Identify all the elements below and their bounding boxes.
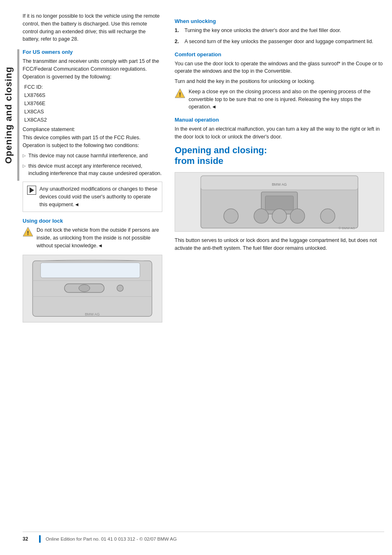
using-door-lock-section: Using door lock ! Do not lock the vehicl… <box>23 218 162 322</box>
door-handle-image: BMW AG <box>23 255 162 322</box>
when-unlocking-section: When unlocking 1. Turning the key once u… <box>175 18 384 46</box>
manual-operation-section: Manual operation In the event of an elec… <box>175 117 384 141</box>
svg-text:!: ! <box>179 91 181 98</box>
comfort-warning-triangle-icon: ! <box>175 88 185 99</box>
title-line2: from inside <box>175 156 224 166</box>
control-panel-svg: BMW AG © BMW AG <box>179 174 380 230</box>
bullet-item-1: ▷ This device may not cause harmful inte… <box>23 152 162 160</box>
compliance-para: This device complies with part 15 of the… <box>23 134 162 150</box>
title-line1: Opening and closing: <box>175 145 267 155</box>
notice-box-unauthorized: Any unauthorized modifications or change… <box>23 182 162 212</box>
play-icon <box>27 186 36 195</box>
svg-text:BMW AG: BMW AG <box>272 183 287 187</box>
footer-bar <box>39 535 41 543</box>
manual-operation-para: In the event of an electrical malfunctio… <box>175 125 384 141</box>
footer: 32 Online Edition for Part no. 01 41 0 0… <box>23 532 384 543</box>
intro-text: If it is no longer possible to lock the … <box>23 12 162 43</box>
sidebar-label-text: Opening and closing <box>3 67 14 164</box>
door-handle-svg: BMW AG <box>26 257 158 320</box>
warning-triangle-icon: ! <box>23 226 33 237</box>
svg-point-17 <box>254 209 268 223</box>
comfort-warning: ! Keep a close eye on the closing proces… <box>175 88 384 111</box>
content-area: If it is no longer possible to lock the … <box>23 12 384 327</box>
sidebar-bar <box>17 49 19 181</box>
page-number: 32 <box>23 536 34 542</box>
bullet-text-1: This device may not cause harmful interf… <box>28 152 148 160</box>
end-mark-2: ◄ <box>98 243 103 249</box>
fcc-id-4: LX8CAS2 <box>24 117 47 123</box>
when-unlocking-heading: When unlocking <box>175 18 384 24</box>
footer-text: Online Edition for Part no. 01 41 0 013 … <box>46 537 177 541</box>
door-lock-warning: ! Do not lock the vehicle from the outsi… <box>23 226 162 249</box>
left-column: If it is no longer possible to lock the … <box>23 12 162 327</box>
comfort-warning-text: Keep a close eye on the closing process … <box>189 88 384 111</box>
bullet-item-2: ▷ this device must accept any interferen… <box>23 162 162 178</box>
comfort-end-mark: ◄ <box>212 104 217 110</box>
right-column: When unlocking 1. Turning the key once u… <box>175 12 384 327</box>
two-col-layout: If it is no longer possible to lock the … <box>23 12 384 327</box>
svg-point-18 <box>272 209 286 223</box>
comfort-operation-heading: Comfort operation <box>175 51 384 58</box>
comfort-para2: Turn and hold the key in the positions f… <box>175 78 384 85</box>
unlocking-step-2: 2. A second turn of the key unlocks the … <box>175 38 384 46</box>
sidebar-label: Opening and closing <box>0 49 17 181</box>
control-panel-image: BMW AG © BMW AG <box>175 172 384 232</box>
fcc-id-block: FCC ID: LX8766S LX8766E LX8CAS LX8CAS2 <box>24 83 162 124</box>
comfort-operation-section: Comfort operation You can use the door l… <box>175 51 384 111</box>
step-text-1: Turning the key once unlocks the driver'… <box>184 27 341 35</box>
for-us-owners-para1: The transmitter and receiver units compl… <box>23 58 162 81</box>
bullet-arrow-1: ▷ <box>23 152 26 159</box>
opening-closing-inside-section: Opening and closing: from inside <box>175 145 384 252</box>
fcc-id-3: LX8CAS <box>24 109 44 115</box>
for-us-owners-section: For US owners only The transmitter and r… <box>23 49 162 212</box>
step-num-1: 1. <box>175 27 181 35</box>
play-triangle-icon <box>30 187 34 193</box>
using-door-lock-heading: Using door lock <box>23 218 162 224</box>
step-text-2: A second turn of the key unlocks the pas… <box>184 38 373 46</box>
svg-rect-8 <box>41 263 140 278</box>
comfort-para1: You can use the door lock to operate the… <box>175 60 384 76</box>
bullet-arrow-2: ▷ <box>23 163 26 169</box>
svg-point-19 <box>290 209 304 223</box>
manual-operation-heading: Manual operation <box>175 117 384 123</box>
svg-text:!: ! <box>27 230 29 236</box>
svg-point-16 <box>224 209 238 223</box>
end-mark-1: ◄ <box>74 202 79 207</box>
step-num-2: 2. <box>175 38 181 46</box>
bullet-text-2: this device must accept any interference… <box>28 162 162 178</box>
svg-text:BMW AG: BMW AG <box>85 312 100 316</box>
opening-closing-title: Opening and closing: from inside <box>175 145 384 167</box>
svg-rect-15 <box>265 196 294 210</box>
svg-point-6 <box>79 284 90 291</box>
svg-text:© BMW AG: © BMW AG <box>339 226 355 230</box>
notice-text: Any unauthorized modifications or change… <box>39 185 158 208</box>
opening-closing-inside-para: This button serves to unlock or lock doo… <box>175 237 384 252</box>
for-us-owners-heading: For US owners only <box>23 49 162 55</box>
compliance-heading: Compliance statement: <box>23 127 162 132</box>
svg-point-7 <box>117 285 123 291</box>
unlocking-step-1: 1. Turning the key once unlocks the driv… <box>175 27 384 35</box>
fcc-id-1: LX8766S <box>24 92 45 98</box>
door-lock-warning-text: Do not lock the vehicle from the outside… <box>37 226 162 249</box>
page-container: Opening and closing If it is no longer p… <box>0 0 392 555</box>
fcc-id-2: LX8766E <box>24 101 45 106</box>
svg-point-20 <box>321 209 335 223</box>
fcc-id-label: FCC ID: <box>24 84 43 90</box>
